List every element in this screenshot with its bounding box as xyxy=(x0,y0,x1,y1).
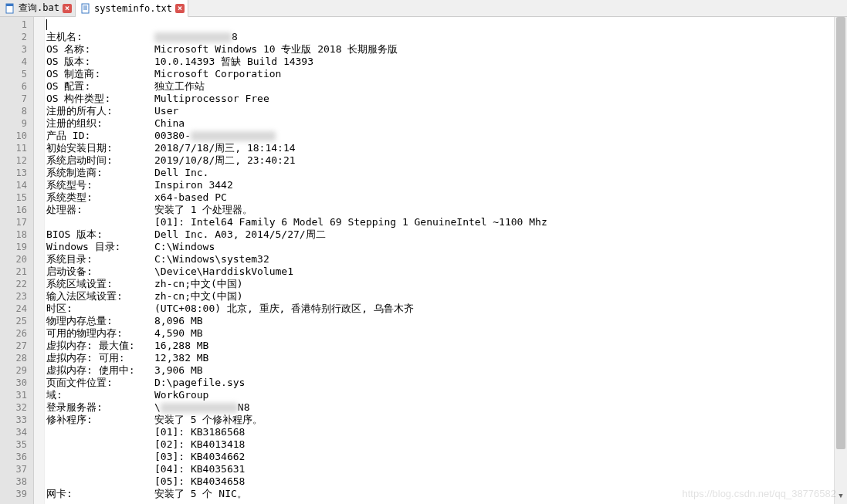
tab-label: systeminfo.txt xyxy=(94,3,172,14)
field-value: [02]: KB4013418 xyxy=(154,438,245,451)
field-value: 12,382 MB xyxy=(154,352,208,364)
line-number: 30 xyxy=(0,377,27,389)
field-key: 物理内存总量: xyxy=(46,315,154,327)
code-line: 修补程序:安装了 5 个修补程序。 xyxy=(46,414,834,426)
field-key: 可用的物理内存: xyxy=(46,327,154,340)
field-key: 虚拟内存: 最大值: xyxy=(46,340,154,352)
line-number: 38 xyxy=(0,475,27,488)
close-icon[interactable]: × xyxy=(175,4,185,13)
tab-label: 查询.bat xyxy=(19,2,59,15)
line-number: 6 xyxy=(0,80,27,93)
code-line: 系统启动时间:2019/10/8/周二, 23:40:21 xyxy=(46,154,834,167)
code-line: BIOS 版本:Dell Inc. A03, 2014/5/27/周二 xyxy=(46,228,834,241)
field-value: Dell Inc. xyxy=(154,167,208,179)
field-key: OS 配置: xyxy=(46,80,154,93)
line-number: 33 xyxy=(0,414,27,426)
code-line: OS 构件类型:Multiprocessor Free xyxy=(46,93,834,105)
field-key: 修补程序: xyxy=(46,414,154,426)
field-value: 安装了 1 个处理器。 xyxy=(154,204,252,216)
line-number: 26 xyxy=(0,327,27,340)
line-number: 37 xyxy=(0,463,27,475)
fold-margin xyxy=(34,17,45,504)
line-number: 32 xyxy=(0,401,27,414)
line-number: 27 xyxy=(0,340,27,352)
line-number: 24 xyxy=(0,303,27,315)
code-line: 虚拟内存: 使用中:3,906 MB xyxy=(46,364,834,377)
vertical-scrollbar[interactable]: ▲ ▼ xyxy=(834,17,847,504)
field-key xyxy=(46,426,154,438)
field-value: User xyxy=(154,105,178,117)
field-value: \Device\HarddiskVolume1 xyxy=(154,266,293,278)
code-line: OS 配置:独立工作站 xyxy=(46,80,834,93)
file-icon xyxy=(5,3,15,14)
code-line: 物理内存总量:8,096 MB xyxy=(46,315,834,327)
field-key: 虚拟内存: 可用: xyxy=(46,352,154,364)
code-line xyxy=(46,19,834,31)
field-key: 系统区域设置: xyxy=(46,278,154,290)
tab-query-bat[interactable]: 查询.bat × xyxy=(0,0,76,16)
field-value: zh-cn;中文(中国) xyxy=(154,278,243,290)
field-key xyxy=(46,475,154,488)
line-number: 9 xyxy=(0,117,27,130)
line-number: 18 xyxy=(0,228,27,241)
field-value: 安装了 5 个修补程序。 xyxy=(154,414,263,426)
line-number: 13 xyxy=(0,167,27,179)
scrollbar-thumb[interactable] xyxy=(836,17,845,449)
line-number: 4 xyxy=(0,56,27,68)
line-number: 35 xyxy=(0,438,27,451)
editor-area: 1234567891011121314151617181920212223242… xyxy=(0,17,847,504)
field-key: 网卡: xyxy=(46,488,154,500)
field-key: 系统型号: xyxy=(46,179,154,191)
field-value: 安装了 5 个 NIC。 xyxy=(154,488,247,500)
line-number: 17 xyxy=(0,216,27,228)
line-number: 19 xyxy=(0,241,27,253)
line-number: 39 xyxy=(0,488,27,500)
field-value: 00380- xyxy=(154,130,276,142)
field-value: Multiprocessor Free xyxy=(154,93,269,105)
tab-systeminfo-txt[interactable]: systeminfo.txt × xyxy=(76,0,188,17)
field-value: 10.0.14393 暂缺 Build 14393 xyxy=(154,56,313,68)
field-value: D:\pagefile.sys xyxy=(154,377,245,389)
code-line: 系统类型:x64-based PC xyxy=(46,191,834,204)
field-value: 8,096 MB xyxy=(154,315,203,327)
svg-rect-2 xyxy=(82,4,89,13)
field-key: 注册的组织: xyxy=(46,117,154,130)
field-key: 域: xyxy=(46,389,154,401)
close-icon[interactable]: × xyxy=(63,4,72,13)
code-line: [01]: Intel64 Family 6 Model 69 Stepping… xyxy=(46,216,834,228)
scroll-down-arrow[interactable]: ▼ xyxy=(835,492,847,504)
code-line: 系统型号:Inspiron 3442 xyxy=(46,179,834,191)
code-line: 产品 ID:00380- xyxy=(46,130,834,142)
field-key: 主机名: xyxy=(46,31,154,43)
redacted-text xyxy=(154,32,232,42)
redacted-text xyxy=(161,403,238,413)
field-key xyxy=(46,438,154,451)
field-value: zh-cn;中文(中国) xyxy=(154,290,243,303)
field-key: 注册的所有人: xyxy=(46,105,154,117)
code-line: 域:WorkGroup xyxy=(46,389,834,401)
field-value: 3,906 MB xyxy=(154,364,203,377)
code-line: 系统制造商:Dell Inc. xyxy=(46,167,834,179)
field-key: 页面文件位置: xyxy=(46,377,154,389)
text-caret xyxy=(46,19,47,30)
field-key: 虚拟内存: 使用中: xyxy=(46,364,154,377)
field-value: Microsoft Corporation xyxy=(154,68,281,80)
field-value: x64-based PC xyxy=(154,191,227,204)
field-value: 4,590 MB xyxy=(154,327,203,340)
field-value: 2019/10/8/周二, 23:40:21 xyxy=(154,154,296,167)
field-key: OS 制造商: xyxy=(46,68,154,80)
code-line: [03]: KB4034662 xyxy=(46,451,834,463)
field-key: 初始安装日期: xyxy=(46,142,154,154)
code-line: 启动设备:\Device\HarddiskVolume1 xyxy=(46,266,834,278)
file-icon xyxy=(80,3,91,14)
field-key xyxy=(46,451,154,463)
field-key: 时区: xyxy=(46,303,154,315)
line-number-gutter: 1234567891011121314151617181920212223242… xyxy=(0,17,34,504)
code-line: [04]: KB4035631 xyxy=(46,463,834,475)
text-editor[interactable]: 主机名:8OS 名称:Microsoft Windows 10 专业版 2018… xyxy=(45,17,834,504)
code-line: OS 制造商:Microsoft Corporation xyxy=(46,68,834,80)
line-number: 12 xyxy=(0,154,27,167)
line-number: 36 xyxy=(0,451,27,463)
code-line: [01]: KB3186568 xyxy=(46,426,834,438)
line-number: 15 xyxy=(0,191,27,204)
